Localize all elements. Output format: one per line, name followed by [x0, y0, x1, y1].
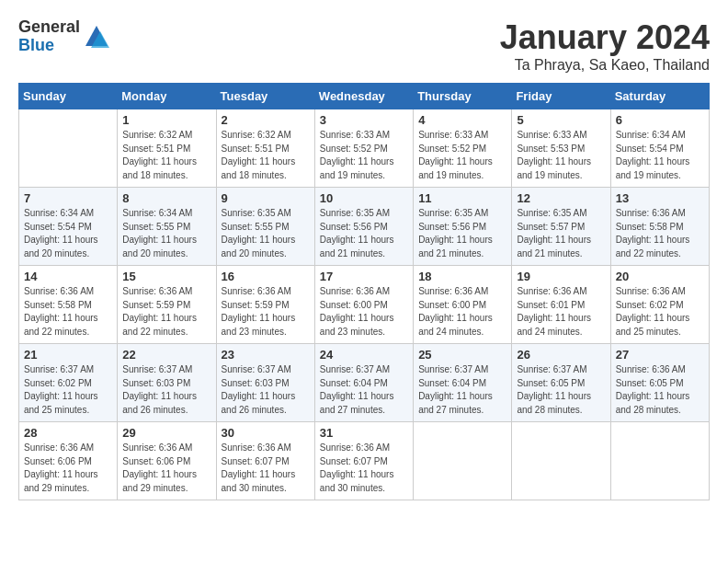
day-info: Sunrise: 6:36 AMSunset: 6:00 PMDaylight:… — [418, 285, 506, 339]
calendar-cell: 23Sunrise: 6:37 AMSunset: 6:03 PMDayligh… — [216, 344, 314, 422]
calendar-cell: 20Sunrise: 6:36 AMSunset: 6:02 PMDayligh… — [610, 266, 709, 344]
day-number: 3 — [320, 113, 408, 127]
day-info: Sunrise: 6:36 AMSunset: 6:06 PMDaylight:… — [122, 442, 210, 495]
calendar-cell: 13Sunrise: 6:36 AMSunset: 5:58 PMDayligh… — [610, 188, 709, 266]
calendar-week-row: 14Sunrise: 6:36 AMSunset: 5:58 PMDayligh… — [19, 266, 710, 344]
calendar-cell: 9Sunrise: 6:35 AMSunset: 5:55 PMDaylight… — [216, 188, 314, 266]
day-number: 29 — [122, 426, 210, 440]
calendar-cell: 4Sunrise: 6:33 AMSunset: 5:52 PMDaylight… — [414, 109, 512, 188]
calendar-title: January 2024 — [500, 18, 710, 57]
day-info: Sunrise: 6:34 AMSunset: 5:54 PMDaylight:… — [616, 129, 704, 182]
day-number: 25 — [418, 348, 506, 362]
calendar-cell: 12Sunrise: 6:35 AMSunset: 5:57 PMDayligh… — [512, 188, 610, 266]
calendar-cell: 17Sunrise: 6:36 AMSunset: 6:00 PMDayligh… — [314, 266, 413, 344]
calendar-cell: 8Sunrise: 6:34 AMSunset: 5:55 PMDaylight… — [118, 188, 216, 266]
day-number: 17 — [320, 270, 408, 283]
day-info: Sunrise: 6:33 AMSunset: 5:53 PMDaylight:… — [517, 129, 605, 182]
calendar-cell: 18Sunrise: 6:36 AMSunset: 6:00 PMDayligh… — [414, 266, 512, 344]
day-number: 23 — [222, 348, 310, 362]
calendar-cell: 15Sunrise: 6:36 AMSunset: 5:59 PMDayligh… — [118, 266, 216, 344]
day-info: Sunrise: 6:34 AMSunset: 5:54 PMDaylight:… — [24, 207, 112, 260]
calendar-cell: 7Sunrise: 6:34 AMSunset: 5:54 PMDaylight… — [19, 188, 118, 266]
day-info: Sunrise: 6:36 AMSunset: 6:06 PMDaylight:… — [24, 442, 112, 495]
day-number: 5 — [517, 113, 605, 127]
calendar-cell: 26Sunrise: 6:37 AMSunset: 6:05 PMDayligh… — [512, 344, 610, 422]
calendar-cell: 28Sunrise: 6:36 AMSunset: 6:06 PMDayligh… — [19, 422, 118, 500]
logo-text: General Blue — [18, 18, 80, 55]
day-number: 12 — [517, 191, 605, 205]
calendar-cell: 25Sunrise: 6:37 AMSunset: 6:04 PMDayligh… — [414, 344, 512, 422]
calendar-cell: 14Sunrise: 6:36 AMSunset: 5:58 PMDayligh… — [19, 266, 118, 344]
calendar-header-row: SundayMondayTuesdayWednesdayThursdayFrid… — [19, 84, 710, 109]
day-number: 19 — [517, 270, 605, 283]
calendar-week-row: 1Sunrise: 6:32 AMSunset: 5:51 PMDaylight… — [19, 109, 710, 188]
day-info: Sunrise: 6:37 AMSunset: 6:03 PMDaylight:… — [222, 363, 310, 417]
day-number: 1 — [122, 113, 210, 127]
calendar-cell: 27Sunrise: 6:36 AMSunset: 6:05 PMDayligh… — [610, 344, 709, 422]
day-number: 8 — [122, 191, 210, 205]
calendar-week-row: 7Sunrise: 6:34 AMSunset: 5:54 PMDaylight… — [19, 188, 710, 266]
day-number: 28 — [24, 426, 112, 440]
calendar-cell: 19Sunrise: 6:36 AMSunset: 6:01 PMDayligh… — [512, 266, 610, 344]
day-info: Sunrise: 6:37 AMSunset: 6:04 PMDaylight:… — [320, 363, 408, 417]
logo-icon — [84, 24, 109, 50]
calendar-header-monday: Monday — [118, 84, 216, 109]
logo-general: General — [18, 18, 80, 37]
header: General Blue January 2024 Ta Phraya, Sa … — [18, 18, 710, 74]
calendar-cell: 31Sunrise: 6:36 AMSunset: 6:07 PMDayligh… — [314, 422, 413, 500]
calendar-header-wednesday: Wednesday — [314, 84, 413, 109]
calendar-cell: 5Sunrise: 6:33 AMSunset: 5:53 PMDaylight… — [512, 109, 610, 188]
day-number: 2 — [222, 113, 310, 127]
calendar-header-saturday: Saturday — [610, 84, 709, 109]
day-info: Sunrise: 6:35 AMSunset: 5:56 PMDaylight:… — [418, 207, 506, 260]
day-info: Sunrise: 6:35 AMSunset: 5:55 PMDaylight:… — [222, 207, 310, 260]
day-info: Sunrise: 6:36 AMSunset: 5:59 PMDaylight:… — [122, 285, 210, 339]
day-info: Sunrise: 6:36 AMSunset: 6:02 PMDaylight:… — [616, 285, 704, 339]
calendar-cell: 22Sunrise: 6:37 AMSunset: 6:03 PMDayligh… — [118, 344, 216, 422]
calendar-cell: 29Sunrise: 6:36 AMSunset: 6:06 PMDayligh… — [118, 422, 216, 500]
calendar-cell — [19, 109, 118, 188]
day-info: Sunrise: 6:33 AMSunset: 5:52 PMDaylight:… — [320, 129, 408, 182]
day-number: 13 — [616, 191, 704, 205]
day-info: Sunrise: 6:35 AMSunset: 5:56 PMDaylight:… — [320, 207, 408, 260]
day-number: 15 — [122, 270, 210, 283]
logo: General Blue — [18, 18, 109, 55]
calendar-cell: 3Sunrise: 6:33 AMSunset: 5:52 PMDaylight… — [314, 109, 413, 188]
calendar-header-thursday: Thursday — [414, 84, 512, 109]
day-info: Sunrise: 6:36 AMSunset: 6:07 PMDaylight:… — [320, 442, 408, 495]
calendar-cell: 24Sunrise: 6:37 AMSunset: 6:04 PMDayligh… — [314, 344, 413, 422]
calendar-week-row: 21Sunrise: 6:37 AMSunset: 6:02 PMDayligh… — [19, 344, 710, 422]
day-info: Sunrise: 6:37 AMSunset: 6:03 PMDaylight:… — [122, 363, 210, 417]
calendar-header-tuesday: Tuesday — [216, 84, 314, 109]
day-info: Sunrise: 6:36 AMSunset: 6:01 PMDaylight:… — [517, 285, 605, 339]
calendar-cell: 30Sunrise: 6:36 AMSunset: 6:07 PMDayligh… — [216, 422, 314, 500]
day-info: Sunrise: 6:36 AMSunset: 5:58 PMDaylight:… — [24, 285, 112, 339]
day-info: Sunrise: 6:32 AMSunset: 5:51 PMDaylight:… — [222, 129, 310, 182]
calendar-cell: 10Sunrise: 6:35 AMSunset: 5:56 PMDayligh… — [314, 188, 413, 266]
day-number: 27 — [616, 348, 704, 362]
day-number: 11 — [418, 191, 506, 205]
day-number: 16 — [222, 270, 310, 283]
calendar-cell: 16Sunrise: 6:36 AMSunset: 5:59 PMDayligh… — [216, 266, 314, 344]
day-number: 10 — [320, 191, 408, 205]
title-area: January 2024 Ta Phraya, Sa Kaeo, Thailan… — [500, 18, 710, 74]
day-number: 4 — [418, 113, 506, 127]
day-info: Sunrise: 6:36 AMSunset: 6:00 PMDaylight:… — [320, 285, 408, 339]
calendar-header-friday: Friday — [512, 84, 610, 109]
calendar-cell: 6Sunrise: 6:34 AMSunset: 5:54 PMDaylight… — [610, 109, 709, 188]
day-info: Sunrise: 6:34 AMSunset: 5:55 PMDaylight:… — [122, 207, 210, 260]
calendar-cell — [414, 422, 512, 500]
calendar-header-sunday: Sunday — [19, 84, 118, 109]
day-info: Sunrise: 6:36 AMSunset: 6:05 PMDaylight:… — [616, 363, 704, 417]
calendar-cell — [512, 422, 610, 500]
day-number: 14 — [24, 270, 112, 283]
day-info: Sunrise: 6:37 AMSunset: 6:04 PMDaylight:… — [418, 363, 506, 417]
day-number: 9 — [222, 191, 310, 205]
day-number: 7 — [24, 191, 112, 205]
day-info: Sunrise: 6:37 AMSunset: 6:05 PMDaylight:… — [517, 363, 605, 417]
day-info: Sunrise: 6:33 AMSunset: 5:52 PMDaylight:… — [418, 129, 506, 182]
day-number: 18 — [418, 270, 506, 283]
calendar-table: SundayMondayTuesdayWednesdayThursdayFrid… — [18, 83, 710, 500]
day-number: 31 — [320, 426, 408, 440]
day-info: Sunrise: 6:37 AMSunset: 6:02 PMDaylight:… — [24, 363, 112, 417]
